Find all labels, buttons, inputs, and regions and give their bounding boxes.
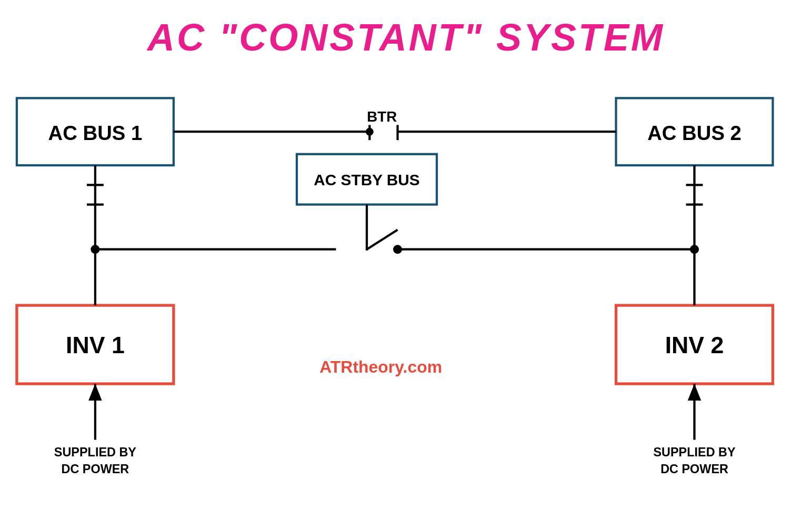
ac-bus-2-label: AC BUS 2 [647,122,741,144]
inv2-arrow-up [688,384,701,401]
ac-stby-bus-label: AC STBY BUS [314,171,419,188]
btr-label: BTR [367,108,397,125]
inv1-dc-label-line2: DC POWER [62,462,129,476]
inv2-label: INV 2 [665,332,724,358]
inv2-dc-label-line1: SUPPLIED BY [653,445,735,459]
inv2-dc-label-line2: DC POWER [660,462,728,476]
inv1-dc-label-line1: SUPPLIED BY [54,445,136,459]
ac-bus-1-label: AC BUS 1 [48,122,143,144]
inv1-arrow-up [88,384,102,401]
page-title: AC "CONSTANT" SYSTEM [0,0,812,59]
diagram: AC BUS 1 AC BUS 2 AC STBY BUS INV 1 INV … [0,74,812,509]
watermark: ATRtheory.com [319,357,442,376]
stby-switch-line [367,229,398,249]
inv1-label: INV 1 [66,332,125,358]
